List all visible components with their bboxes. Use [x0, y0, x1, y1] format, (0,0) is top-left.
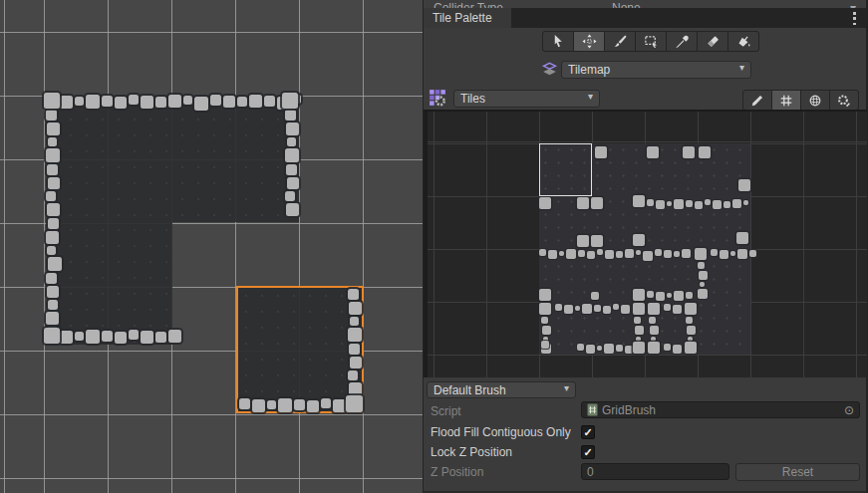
- tile-block: [348, 328, 362, 342]
- tile-block: [633, 195, 645, 207]
- eraser-icon: [706, 34, 721, 49]
- tab-tile-palette[interactable]: Tile Palette: [424, 8, 511, 28]
- tile-block: [738, 179, 750, 191]
- tile-block: [46, 110, 57, 121]
- tile-block: [682, 249, 691, 258]
- tile-block: [287, 137, 296, 146]
- tile-block: [559, 251, 564, 256]
- chevron-down-icon: ▾: [739, 62, 744, 73]
- pencil-icon: [750, 94, 764, 108]
- tile-block: [194, 97, 208, 111]
- tile-block: [541, 317, 548, 324]
- palette-grid-view[interactable]: [424, 110, 867, 377]
- tile-block: [60, 96, 73, 109]
- eyedropper-icon: [675, 34, 690, 49]
- reset-button[interactable]: Reset: [735, 463, 860, 481]
- lock-z-checkbox[interactable]: ✓: [581, 445, 595, 459]
- tile-block: [685, 342, 697, 354]
- palette-left-edge: [424, 112, 428, 377]
- tile-block: [667, 201, 672, 206]
- tile-block: [47, 203, 60, 216]
- tile-block: [635, 326, 644, 335]
- tool-erase-button[interactable]: [698, 32, 727, 51]
- palette-tool-edit-button[interactable]: [743, 91, 771, 110]
- tile-block: [743, 200, 748, 205]
- tile-block: [115, 97, 127, 109]
- script-object-field[interactable]: GridBrush ⊙: [581, 401, 860, 418]
- flood-fill-label: Flood Fill Contiguous Only: [431, 424, 571, 440]
- tile-block: [621, 305, 630, 314]
- object-picker-icon[interactable]: ⊙: [844, 402, 854, 418]
- tile-block: [155, 332, 166, 343]
- select-cursor-icon: [551, 34, 566, 49]
- tile-block: [348, 370, 358, 380]
- tile-block: [705, 199, 711, 205]
- tool-fill-button[interactable]: [728, 32, 758, 51]
- tile-block: [650, 326, 659, 335]
- selected-palette-cell[interactable]: [539, 143, 592, 196]
- tile-block: [294, 399, 305, 410]
- tile-block: [597, 346, 602, 351]
- tile-block: [237, 97, 247, 107]
- tile-block: [282, 93, 298, 109]
- flood-fill-checkbox[interactable]: ✓: [581, 425, 595, 439]
- tile-block: [48, 137, 57, 146]
- tile-block: [129, 330, 139, 340]
- tile-block: [749, 250, 756, 257]
- tile-block: [664, 304, 671, 311]
- tile-block: [129, 95, 139, 105]
- tool-paint-button[interactable]: [605, 32, 635, 51]
- chevron-down-icon: ▾: [588, 91, 593, 102]
- tile-block: [249, 95, 262, 108]
- tile-block: [577, 197, 589, 209]
- tile-block: [686, 317, 693, 324]
- tile-block: [287, 177, 299, 189]
- script-value: GridBrush: [602, 403, 656, 417]
- tile-block: [321, 398, 331, 408]
- palette-toolbar: [742, 90, 859, 111]
- brush-dropdown[interactable]: Default Brush ▾: [427, 381, 576, 398]
- tile-block: [285, 110, 296, 121]
- tile-block: [541, 341, 549, 349]
- z-position-input[interactable]: 0: [581, 463, 729, 480]
- paint-toolbar: [542, 31, 759, 52]
- tile-block: [102, 96, 113, 107]
- tile-block: [648, 342, 660, 354]
- tool-move-button[interactable]: [574, 32, 604, 51]
- tile-block: [687, 326, 696, 335]
- tile-block: [711, 249, 718, 256]
- paint-bucket-icon: [736, 34, 751, 49]
- tile-block: [698, 262, 705, 269]
- tile-block: [578, 250, 585, 257]
- tile-block: [685, 303, 697, 315]
- lock-z-label: Lock Z Position: [431, 444, 512, 460]
- palette-tool-grid-button[interactable]: [772, 91, 800, 110]
- palette-tool-gizmos-button[interactable]: [801, 91, 829, 110]
- tile-block: [647, 199, 654, 206]
- tile-block: [674, 199, 684, 209]
- tile-block: [723, 201, 730, 208]
- tab-bar: Tile Palette: [424, 8, 866, 28]
- window-menu-kebab-icon[interactable]: [853, 12, 857, 25]
- tile-block: [674, 251, 680, 257]
- palette-tool-settings-button[interactable]: [830, 91, 858, 110]
- tool-box-fill-button[interactable]: [636, 32, 666, 51]
- tile-block: [267, 400, 276, 409]
- tile-block: [86, 95, 100, 109]
- tilemap-dropdown[interactable]: Tilemap ▾: [561, 61, 751, 79]
- tile-block: [48, 218, 59, 229]
- tile-block: [732, 199, 741, 208]
- tool-pick-button[interactable]: [667, 32, 697, 51]
- tool-select-button[interactable]: [543, 32, 573, 51]
- gear-edit-icon: [837, 94, 851, 108]
- tile-palette-panel: Collider Type None ▾ Tile Palette: [423, 0, 868, 493]
- tilemap-layers-icon: [541, 61, 559, 79]
- tile-block: [349, 344, 360, 355]
- tile-block: [115, 332, 127, 344]
- tile-block: [674, 291, 684, 301]
- tile-block: [86, 330, 100, 344]
- tile-block: [348, 289, 359, 300]
- scene-view[interactable]: [0, 0, 423, 493]
- tile-block: [686, 292, 693, 299]
- palette-dropdown[interactable]: Tiles ▾: [453, 90, 600, 108]
